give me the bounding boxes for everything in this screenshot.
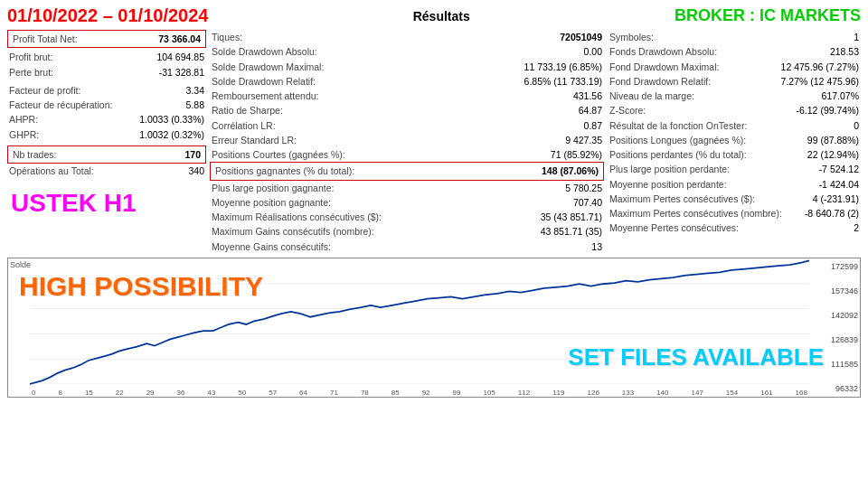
max-gains-consec-label: Maximum Gains consécutifs (nombre): [212,224,374,239]
plus-large-gagnante-label: Plus large position gagnante: [212,181,334,195]
ahpr-row: AHPR: 1.0033 (0.33%) [7,112,206,127]
resultat-tester-row: Résultat de la fonction OnTester: 0 [608,118,861,133]
correlation-lr-label: Corrélation LR: [212,118,276,133]
solde-dd-abs-label: Solde Drawdown Absolu: [212,44,317,59]
ustek-label: USTEK H1 [11,189,136,218]
nb-trades-label: Nb trades: [13,147,56,162]
y-axis-3: 142092 [811,311,858,320]
fond-dd-max-value: 12 475.96 (7.27%) [781,60,859,74]
fond-dd-max-row: Fond Drawdown Maximal: 12 475.96 (7.27%) [608,60,861,74]
x-21: 147 [692,389,703,397]
solde-dd-rel-value: 6.85% (11 733.19) [524,74,602,89]
zscore-label: Z-Score: [609,103,646,117]
chart-y-label: Solde [10,260,31,269]
tiques-row: Tiques: 72051049 [210,30,604,44]
pos-courtes-value: 71 (85.92%) [551,147,602,162]
chart-x-axis: 0 8 15 22 29 36 43 50 57 64 71 78 85 92 … [30,389,809,397]
profit-total-value: 73 366.04 [158,32,201,46]
fonds-dd-abs-row: Fonds Drawdown Absolu: 218.53 [608,44,861,59]
max-pertes-nb-row: Maximum Pertes consécutives (nombre): -8… [608,206,861,221]
profit-brut-value: 104 694.85 [156,50,204,64]
pos-gagnantes-value: 148 (87.06%) [542,164,599,178]
max-pertes-nb-label: Maximum Pertes consécutives (nombre): [609,206,782,221]
moy-pos-gagnante-label: Moyenne position gagnante: [212,195,331,210]
symboles-label: Symboles: [609,30,654,44]
pos-longues-row: Positions Longues (gagnées %): 99 (87.88… [608,133,861,147]
x-16: 112 [518,389,530,397]
pos-perdantes-label: Positions perdantes (% du total): [609,147,747,162]
correlation-lr-value: 0.87 [584,118,602,133]
erreur-std-value: 9 427.35 [565,133,602,147]
max-pertes-consec-row: Maximum Pertes consécutives ($): 4 (-231… [608,192,861,206]
x-22: 154 [726,389,738,397]
perte-brut-label: Perte brut: [9,65,53,80]
tiques-label: Tiques: [212,30,242,44]
left-column: Profit Total Net: 73 366.04 Profit brut:… [7,30,206,254]
remboursement-label: Remboursement attendu: [212,89,318,103]
y-axis-bottom: 96332 [811,384,858,393]
max-real-consec-value: 35 (43 851.71) [541,210,602,224]
plus-large-perdante-value: -7 524.12 [819,162,859,176]
pos-courtes-label: Positions Courtes (gagnées %): [212,147,345,162]
moy-pertes-label: Moyenne Pertes consécutives: [609,221,739,235]
x-19: 133 [622,389,634,397]
ratio-sharpe-row: Ratio de Sharpe: 64.87 [210,103,604,117]
ratio-sharpe-label: Ratio de Sharpe: [212,103,283,117]
x-3: 22 [116,389,124,397]
max-pertes-consec-value: 4 (-231.91) [813,192,859,206]
nb-trades-value: 170 [184,147,201,162]
fond-dd-rel-row: Fond Drawdown Relatif: 7.27% (12 475.96) [608,74,861,89]
ahpr-value: 1.0033 (0.33%) [139,112,204,127]
fonds-dd-abs-value: 218.53 [830,44,859,59]
moy-pos-perdante-label: Moyenne position perdante: [609,177,727,192]
ratio-sharpe-value: 64.87 [579,103,602,117]
solde-dd-max-value: 11 733.19 (6.85%) [524,60,602,74]
x-4: 29 [146,389,155,397]
moy-pos-perdante-value: -1 424.04 [819,177,859,192]
symboles-row: Symboles: 1 [608,30,861,44]
facteur-profit-row: Facteur de profit: 3.34 [7,83,206,98]
perte-brut-row: Perte brut: -31 328.81 [7,65,206,80]
max-gains-consec-value: 43 851.71 (35) [541,224,602,239]
max-gains-consec-row: Maximum Gains consécutifs (nombre): 43 8… [210,224,604,239]
pos-courtes-row: Positions Courtes (gagnées %): 71 (85.92… [210,147,604,162]
symboles-value: 1 [854,30,859,44]
y-axis-top: 172599 [811,262,858,271]
operations-label: Opérations au Total: [9,164,94,178]
mid-column: Tiques: 72051049 Solde Drawdown Absolu: … [206,30,608,254]
profit-brut-label: Profit brut: [9,50,52,64]
nb-trades-box: Nb trades: 170 [7,145,206,164]
pos-gagnantes-box: Positions gagnantes (% du total): 148 (8… [210,162,604,180]
moy-gains-row: Moyenne Gains consécutifs: 13 [210,239,604,254]
profit-total-label: Profit Total Net: [13,32,78,46]
x-12: 85 [392,389,400,397]
max-pertes-consec-label: Maximum Pertes consécutives ($): [609,192,755,206]
remboursement-row: Remboursement attendu: 431.56 [210,89,604,103]
facteur-recup-row: Facteur de récupération: 5.88 [7,98,206,112]
solde-dd-rel-row: Solde Drawdown Relatif: 6.85% (11 733.19… [210,74,604,89]
profit-brut-row: Profit brut: 104 694.85 [7,50,206,64]
plus-large-gagnante-row: Plus large position gagnante: 5 780.25 [210,181,604,195]
date-range: 01/10/2022 – 01/10/2024 [7,5,208,26]
zscore-value: -6.12 (99.74%) [797,103,859,117]
header-row: 01/10/2022 – 01/10/2024 Résultats BROKER… [7,5,861,26]
pos-longues-value: 99 (87.88%) [807,133,859,147]
niveau-marge-value: 617.07% [822,89,859,103]
x-20: 140 [656,389,668,397]
high-possibility-text: HIGH POSSIBILITY [19,271,263,302]
ahpr-label: AHPR: [9,112,38,127]
facteur-profit-label: Facteur de profit: [9,83,80,98]
perte-brut-value: -31 328.81 [159,65,204,80]
pos-perdantes-row: Positions perdantes (% du total): 22 (12… [608,147,861,162]
erreur-std-row: Erreur Standard LR: 9 427.35 [210,133,604,147]
x-17: 119 [552,389,564,397]
x-13: 92 [422,389,430,397]
correlation-lr-row: Corrélation LR: 0.87 [210,118,604,133]
x-1: 8 [58,389,61,397]
fond-dd-rel-label: Fond Drawdown Relatif: [609,74,711,89]
remboursement-value: 431.56 [573,89,602,103]
x-2: 15 [85,389,93,397]
nb-trades-row: Nb trades: 170 [11,147,203,162]
pos-perdantes-value: 22 (12.94%) [807,147,859,162]
x-8: 57 [269,389,277,397]
